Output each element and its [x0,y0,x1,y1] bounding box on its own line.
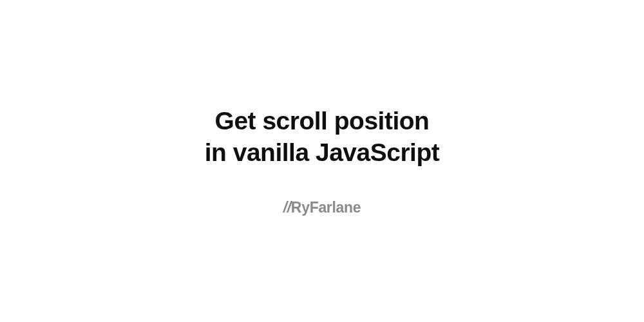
page-title: Get scroll position in vanilla JavaScrip… [205,106,440,169]
title-line-1: Get scroll position [215,107,430,135]
title-line-2: in vanilla JavaScript [205,138,440,166]
byline-name: RyFarlane [291,199,361,216]
byline-prefix: // [283,199,291,216]
byline: //RyFarlane [283,199,361,216]
